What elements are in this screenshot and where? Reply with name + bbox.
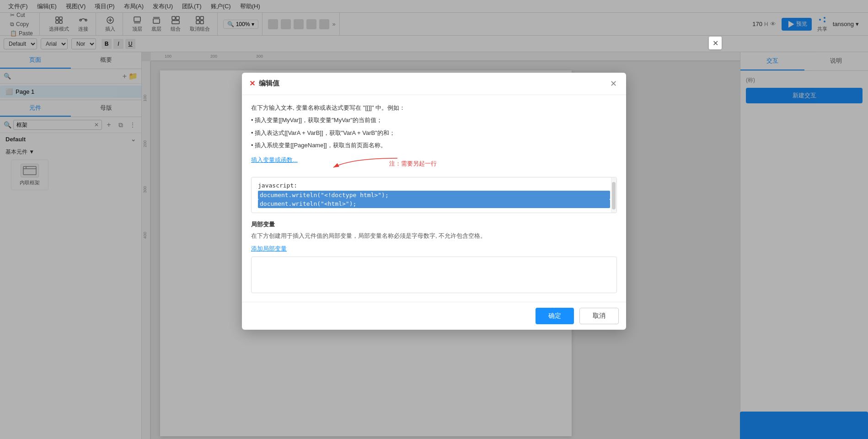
add-local-var-link[interactable]: 添加局部变量 — [251, 245, 287, 253]
code-editor-wrap: javascript: document.writeln("<!doctype … — [251, 177, 617, 213]
insert-link-row: 插入变量或函数... 注：需要另起一行 — [251, 156, 617, 171]
dialog-body: 在下方输入文本, 变量名称或表达式要写在 "[[]]" 中。例如： • 插入变量… — [242, 95, 626, 302]
local-var-textarea[interactable] — [251, 257, 617, 293]
dialog-title-text: 编辑值 — [259, 79, 279, 88]
secondary-close-icon[interactable]: ✕ — [709, 37, 722, 49]
dialog-header: ✕ 编辑值 ✕ — [242, 73, 626, 95]
instruction-line1: 在下方输入文本, 变量名称或表达式要写在 "[[]]" 中。例如： — [251, 102, 617, 113]
code-content: javascript: document.writeln("<!doctype … — [252, 177, 616, 213]
instruction-bullet1: • 插入变量[[MyVar]]，获取变量"MyVar"的当前值； — [251, 115, 617, 125]
arrow-annotation-svg — [315, 151, 416, 174]
confirm-button[interactable]: 确定 — [536, 308, 574, 324]
code-line2-selected: document.writeln("<html>"); — [258, 199, 610, 208]
local-var-title: 局部变量 — [251, 220, 617, 229]
modal-backdrop: ✕ ✕ 编辑值 ✕ 在下方输入文本, 变量名称或表达式要写在 "[[]]" 中。… — [0, 0, 868, 439]
local-var-desc: 在下方创建用于插入元件值的局部变量，局部变量名称必须是字母数字, 不允许包含空格… — [251, 231, 617, 241]
instruction-bullet3: • 插入系统变量[[PageName]]，获取当前页面名称。 — [251, 140, 617, 150]
secondary-dialog-close[interactable]: ✕ — [709, 37, 722, 49]
x-brand-icon: ✕ — [249, 79, 255, 88]
code-prefix-line: javascript: — [258, 182, 610, 189]
edit-value-dialog: ✕ 编辑值 ✕ 在下方输入文本, 变量名称或表达式要写在 "[[]]" 中。例如… — [242, 73, 626, 330]
dialog-footer: 确定 取消 — [242, 302, 626, 330]
insert-var-link[interactable]: 插入变量或函数... — [251, 156, 298, 164]
code-scrollbar-thumb[interactable] — [612, 182, 616, 209]
dialog-instructions: 在下方输入文本, 变量名称或表达式要写在 "[[]]" 中。例如： • 插入变量… — [251, 102, 617, 151]
dialog-title: ✕ 编辑值 — [249, 79, 279, 88]
cancel-button[interactable]: 取消 — [579, 308, 619, 324]
code-scrollbar[interactable] — [611, 177, 616, 213]
code-line1-selected: document.writeln("<!doctype html>"); — [258, 191, 610, 199]
instruction-bullet2: • 插入表达式[[VarA + VarB]]，获取"VarA + VarB"的和… — [251, 128, 617, 138]
dialog-close-button[interactable]: ✕ — [608, 78, 619, 89]
